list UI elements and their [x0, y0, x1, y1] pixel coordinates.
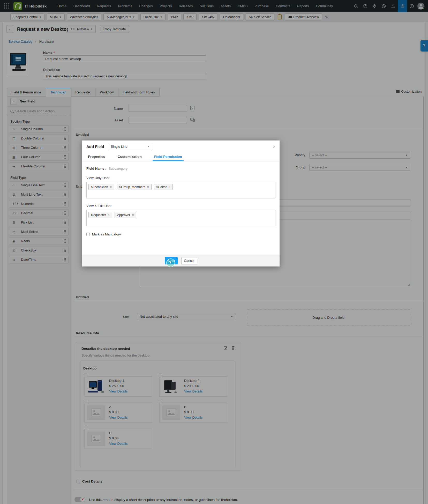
user-tag-label: $Group_members	[119, 185, 145, 189]
click-cursor-indicator	[166, 258, 175, 267]
modal-tab[interactable]: Field Permission	[153, 152, 184, 161]
view-only-user-input[interactable]: $Technician × $Group_members × $Editor ×	[86, 182, 275, 198]
user-tag: $Group_members ×	[117, 184, 152, 190]
add-field-modal: Add Field Single Line▼ × PropertiesCusto…	[82, 140, 280, 266]
user-tag-label: Requester	[91, 213, 106, 217]
mark-mandatory-label: Mark as Mandatory.	[92, 232, 122, 236]
user-tag: $Technician ×	[88, 184, 114, 190]
app-root: IT Helpdesk HomeDashboardRequestsProblem…	[0, 0, 428, 504]
modal-body: Field Name : Subcategory View Only User …	[82, 161, 280, 240]
user-tag: $Editor ×	[154, 184, 173, 190]
mandatory-row: Mark as Mandatory.	[86, 232, 275, 236]
field-name-label: Field Name :	[86, 167, 106, 171]
modal-header: Add Field Single Line▼ ×	[82, 140, 280, 152]
modal-tab[interactable]: Customization	[116, 152, 143, 161]
remove-tag-icon[interactable]: ×	[147, 186, 149, 189]
remove-tag-icon[interactable]: ×	[108, 213, 110, 217]
modal-footer: Save Cancel	[82, 255, 280, 266]
remove-tag-icon[interactable]: ×	[132, 213, 134, 217]
view-edit-user-input[interactable]: Requester × Approver ×	[86, 210, 275, 226]
field-type-select[interactable]: Single Line▼	[108, 143, 152, 150]
user-tag-label: $Editor	[156, 185, 167, 189]
close-icon[interactable]: ×	[273, 144, 275, 149]
remove-tag-icon[interactable]: ×	[168, 186, 170, 189]
field-name-row: Field Name : Subcategory	[86, 167, 275, 171]
remove-tag-icon[interactable]: ×	[110, 186, 112, 189]
user-tag-label: Approver	[117, 213, 130, 217]
user-tag: Requester ×	[88, 212, 112, 218]
cancel-button[interactable]: Cancel	[181, 257, 197, 264]
modal-title: Add Field	[86, 144, 104, 149]
mark-mandatory-checkbox[interactable]	[86, 233, 90, 236]
field-name-value: Subcategory	[109, 167, 127, 171]
user-tag-label: $Technician	[91, 185, 108, 189]
user-tag: Approver ×	[115, 212, 137, 218]
modal-tab[interactable]: Properties	[86, 152, 107, 161]
view-edit-user-label: View & Edit User	[86, 204, 275, 208]
chevron-down-icon: ▼	[147, 145, 149, 148]
modal-tabs: PropertiesCustomizationField Permission	[82, 152, 280, 161]
view-only-user-label: View Only User	[86, 176, 275, 180]
